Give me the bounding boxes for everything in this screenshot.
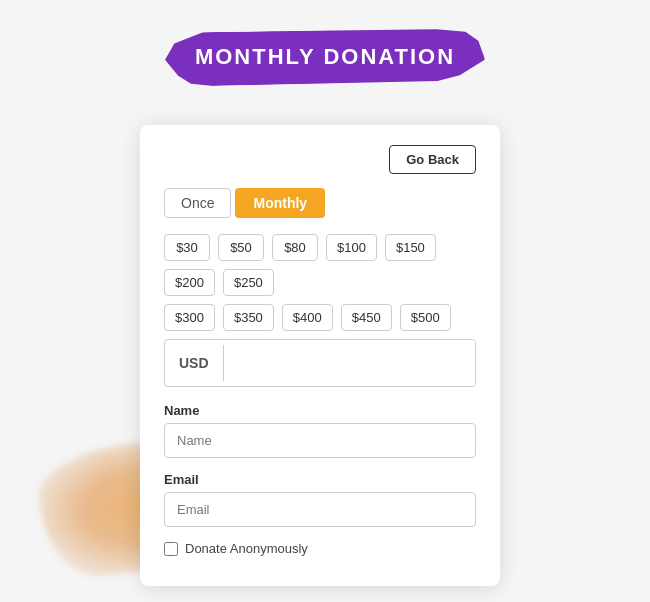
anonymous-checkbox[interactable] bbox=[164, 542, 178, 556]
amount-btn[interactable]: $150 bbox=[385, 234, 436, 261]
page-wrapper: MONTHLY DONATION Go Back Once Monthly $3… bbox=[0, 0, 650, 602]
name-input[interactable] bbox=[164, 423, 476, 458]
amount-buttons-row1: $30$50$80$100$150$200$250 bbox=[164, 234, 476, 296]
page-title: MONTHLY DONATION bbox=[167, 30, 483, 84]
amount-btn[interactable]: $400 bbox=[282, 304, 333, 331]
email-input[interactable] bbox=[164, 492, 476, 527]
amount-btn[interactable]: $80 bbox=[272, 234, 318, 261]
amount-buttons-row2: $300$350$400$450$500 bbox=[164, 304, 476, 331]
tab-once[interactable]: Once bbox=[164, 188, 231, 218]
title-area: MONTHLY DONATION bbox=[165, 30, 485, 84]
amount-btn[interactable]: $300 bbox=[164, 304, 215, 331]
amount-btn[interactable]: $50 bbox=[218, 234, 264, 261]
anonymous-row: Donate Anonymously bbox=[164, 541, 476, 556]
go-back-button[interactable]: Go Back bbox=[389, 145, 476, 174]
amount-btn[interactable]: $200 bbox=[164, 269, 215, 296]
amount-btn[interactable]: $100 bbox=[326, 234, 377, 261]
usd-label: USD bbox=[165, 345, 224, 381]
name-label: Name bbox=[164, 403, 476, 418]
email-label: Email bbox=[164, 472, 476, 487]
go-back-row: Go Back bbox=[164, 145, 476, 174]
amount-btn[interactable]: $30 bbox=[164, 234, 210, 261]
amount-input[interactable] bbox=[224, 340, 476, 386]
donation-card: Go Back Once Monthly $30$50$80$100$150$2… bbox=[140, 125, 500, 586]
amount-btn[interactable]: $450 bbox=[341, 304, 392, 331]
amount-btn[interactable]: $350 bbox=[223, 304, 274, 331]
tab-monthly[interactable]: Monthly bbox=[235, 188, 325, 218]
anonymous-label[interactable]: Donate Anonymously bbox=[185, 541, 308, 556]
usd-input-row: USD bbox=[164, 339, 476, 387]
amount-btn[interactable]: $500 bbox=[400, 304, 451, 331]
amount-btn[interactable]: $250 bbox=[223, 269, 274, 296]
frequency-tabs: Once Monthly bbox=[164, 188, 476, 218]
